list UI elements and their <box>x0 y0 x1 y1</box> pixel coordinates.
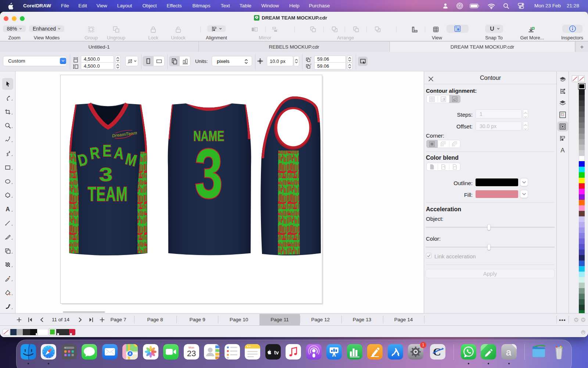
svg-text:3: 3 <box>195 134 223 212</box>
svg-text:TEAM: TEAM <box>88 182 128 205</box>
svg-text:x: x <box>310 56 312 59</box>
svg-text:tv: tv <box>274 350 279 355</box>
svg-text:A: A <box>6 206 10 212</box>
svg-text:E: E <box>103 142 111 160</box>
svg-text:23: 23 <box>187 349 196 358</box>
svg-text:a: a <box>506 347 512 358</box>
svg-text:A: A <box>560 147 565 153</box>
svg-text:y: y <box>310 63 312 65</box>
